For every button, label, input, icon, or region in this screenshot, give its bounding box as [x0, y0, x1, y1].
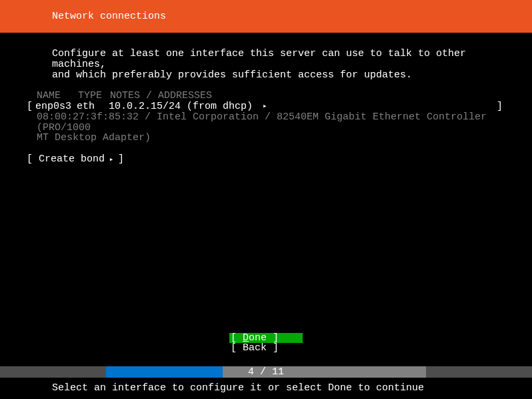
table-header: NAMETYPENOTES / ADDRESSES: [37, 91, 505, 101]
instruction-text: Configure at least one interface this se…: [52, 49, 505, 80]
instruction-line1: Configure at least one interface this se…: [52, 49, 505, 70]
interface-details-line1: 08:00:27:3f:85:32 / Intel Corporation / …: [37, 112, 495, 133]
interface-details: 08:00:27:3f:85:32 / Intel Corporation / …: [37, 112, 495, 143]
col-header-notes: NOTES / ADDRESSES: [110, 91, 212, 101]
page-title: Network connections: [52, 11, 166, 22]
col-header-type: TYPE: [78, 91, 110, 101]
chevron-right-icon: ▸: [105, 155, 118, 163]
bracket-right: ]: [497, 101, 503, 112]
chevron-right-icon: ▸: [263, 103, 267, 111]
col-header-name: NAME: [37, 91, 78, 101]
create-bond-button[interactable]: [ Create bond ▸ ]: [27, 154, 505, 165]
header-bar: Network connections: [0, 0, 532, 33]
done-button[interactable]: [ Done ]: [229, 333, 303, 344]
back-button[interactable]: [ Back ]: [229, 343, 303, 354]
interface-name: enp0s3: [35, 101, 77, 112]
bottom-buttons: [ Done ] [ Back ]: [0, 333, 532, 354]
main-content: Configure at least one interface this se…: [0, 33, 532, 165]
create-bond-label: Create bond: [39, 153, 105, 165]
create-bond-suffix: ]: [118, 153, 124, 165]
interface-type: eth: [77, 101, 109, 112]
interface-details-line2: MT Desktop Adapter): [37, 133, 495, 143]
interface-row-enp0s3[interactable]: [ enp0s3eth10.0.2.15/24 (from dhcp) ▸ ]: [27, 101, 505, 112]
done-mnemonic: D: [243, 332, 249, 344]
interface-address: 10.0.2.15/24 (from dhcp): [109, 101, 253, 112]
progress-area: 4 / 11: [0, 366, 532, 378]
create-bond-prefix: [: [27, 153, 39, 165]
instruction-line2: and which preferably provides sufficient…: [52, 70, 505, 81]
footer-help: Select an interface to configure it or s…: [52, 383, 424, 394]
back-label: Back: [243, 342, 267, 354]
progress-label: 4 / 11: [0, 367, 532, 378]
bracket-left: [: [27, 101, 33, 112]
